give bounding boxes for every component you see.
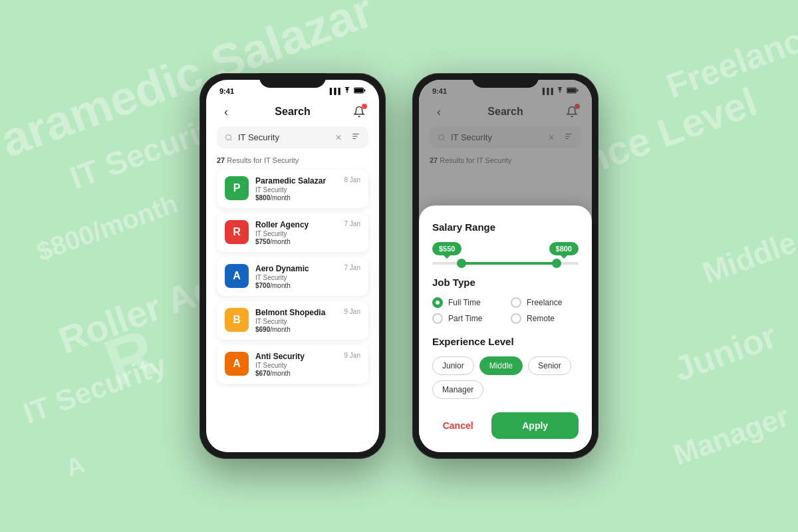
apply-button[interactable]: Apply	[491, 412, 579, 439]
job-card-3[interactable]: A Aero Dynamic 7 Jan IT Security $700/mo…	[217, 257, 368, 296]
job-card-2[interactable]: R Roller Agency 7 Jan IT Security $750/m…	[217, 213, 368, 252]
phone-1-screen: 9:41 ▐▐▐ ‹ Search	[206, 80, 379, 452]
job-type-section-title: Job Type	[432, 277, 579, 288]
results-number: 27	[217, 156, 225, 164]
back-button-1[interactable]: ‹	[217, 102, 235, 121]
phone-1-title: Search	[275, 106, 310, 118]
phone-1-job-list: P Paramedic Salazar 8 Jan IT Security $8…	[206, 170, 379, 384]
phone-1-search-bar[interactable]: IT Security ✕	[217, 126, 368, 148]
job-card-5[interactable]: A Anti Security 9 Jan IT Security $670/m…	[217, 345, 368, 384]
salary-section-title: Salary Range	[432, 221, 579, 233]
phone-1-status-icons: ▐▐▐	[328, 87, 366, 95]
job-info-2: Roller Agency 7 Jan IT Security $750/mon…	[255, 220, 360, 245]
radio-part-time[interactable]	[432, 313, 443, 324]
salary-fill	[462, 262, 557, 265]
salary-track[interactable]	[432, 262, 579, 265]
bg-watermark-10: Manager	[669, 400, 793, 472]
job-category-1: IT Security	[255, 186, 360, 194]
job-salary-5: $670/month	[255, 370, 360, 377]
salary-labels: $550 $800	[432, 242, 579, 255]
clear-button-1[interactable]: ✕	[335, 133, 342, 142]
job-date-1: 8 Jan	[344, 176, 360, 184]
phone-2-notch	[472, 73, 539, 88]
job-salary-4: $690/month	[255, 326, 360, 333]
radio-label-part-time: Part Time	[448, 314, 482, 323]
job-category-5: IT Security	[255, 362, 360, 369]
salary-min-bubble[interactable]: $550	[432, 242, 462, 255]
exp-tag-junior[interactable]: Junior	[432, 356, 474, 375]
exp-tag-middle[interactable]: Middle	[479, 356, 523, 375]
job-type-grid: Full Time Freelance Part Time Re	[432, 297, 579, 324]
filter-modal: Salary Range $550 $800 Job Type	[419, 205, 592, 452]
job-card-1[interactable]: P Paramedic Salazar 8 Jan IT Security $8…	[217, 170, 368, 208]
job-info-1: Paramedic Salazar 8 Jan IT Security $800…	[255, 176, 360, 201]
company-logo-2: R	[225, 220, 249, 244]
job-date-2: 7 Jan	[344, 220, 360, 227]
job-card-4[interactable]: B Belmont Shopedia 9 Jan IT Security $69…	[217, 301, 368, 340]
bg-watermark-5: IT Security	[19, 348, 171, 430]
job-date-3: 7 Jan	[344, 264, 360, 271]
job-info-4: Belmont Shopedia 9 Jan IT Security $690/…	[255, 308, 360, 333]
cancel-button[interactable]: Cancel	[432, 412, 483, 439]
filter-button-1[interactable]	[351, 132, 360, 143]
company-logo-4: B	[225, 308, 249, 332]
radio-label-remote: Remote	[527, 314, 555, 323]
phone-1-results-count: 27 Results for IT Security	[206, 154, 379, 170]
radio-remote[interactable]	[511, 313, 521, 324]
wifi-icon	[343, 87, 351, 95]
bg-watermark-8: Middle	[698, 224, 798, 291]
experience-section-title: Experience Level	[432, 336, 579, 347]
job-category-2: IT Security	[255, 230, 360, 237]
job-date-5: 9 Jan	[344, 352, 360, 359]
salary-thumb-right[interactable]	[552, 259, 561, 268]
company-logo-1: P	[225, 176, 249, 200]
bg-watermark-11: A	[63, 450, 88, 482]
job-title-5: Anti Security	[255, 352, 305, 361]
phone-1-notch	[259, 73, 326, 88]
job-type-section: Job Type Full Time Freelance Part	[432, 277, 579, 324]
bg-watermark-r: R	[95, 313, 166, 402]
phone-2-screen: 9:41 ▐▐▐ ‹ Search	[419, 80, 592, 452]
svg-rect-2	[364, 90, 366, 92]
radio-label-full-time: Full Time	[448, 298, 481, 307]
notification-button-1[interactable]	[350, 102, 368, 121]
company-logo-3: A	[225, 264, 249, 288]
radio-full-time[interactable]	[432, 297, 443, 308]
signal-icon: ▐▐▐	[328, 88, 340, 94]
exp-tag-manager[interactable]: Manager	[432, 380, 483, 399]
job-salary-3: $700/month	[255, 282, 360, 289]
job-title-1: Paramedic Salazar	[255, 176, 326, 186]
radio-freelance[interactable]	[511, 297, 521, 308]
radio-label-freelance: Freelance	[527, 298, 562, 307]
search-icon-1	[225, 134, 233, 142]
experience-tags: Junior Middle Senior Manager	[432, 356, 579, 399]
job-title-2: Roller Agency	[255, 220, 309, 229]
job-type-remote[interactable]: Remote	[511, 313, 579, 324]
phones-container: 9:41 ▐▐▐ ‹ Search	[200, 73, 598, 459]
job-date-4: 9 Jan	[344, 308, 360, 315]
phone-1-time: 9:41	[219, 87, 234, 95]
salary-thumb-left[interactable]	[457, 259, 466, 268]
modal-buttons: Cancel Apply	[432, 412, 579, 439]
exp-tag-senior[interactable]: Senior	[528, 356, 571, 375]
job-type-freelance[interactable]: Freelance	[511, 297, 579, 308]
job-category-3: IT Security	[255, 274, 360, 281]
salary-max-bubble[interactable]: $800	[549, 242, 579, 255]
company-logo-5: A	[225, 352, 249, 376]
job-type-full-time[interactable]: Full Time	[432, 297, 500, 308]
job-title-3: Aero Dynamic	[255, 264, 309, 273]
job-category-4: IT Security	[255, 318, 360, 325]
salary-section: Salary Range $550 $800	[432, 221, 579, 265]
bg-watermark-9: Junior	[669, 316, 782, 390]
phone-1-header: ‹ Search	[206, 98, 379, 126]
svg-rect-1	[354, 88, 363, 92]
job-type-part-time[interactable]: Part Time	[432, 313, 500, 324]
job-title-4: Belmont Shopedia	[255, 308, 325, 317]
search-input-1[interactable]: IT Security	[238, 132, 330, 142]
job-salary-1: $800/month	[255, 194, 360, 201]
phone-1: 9:41 ▐▐▐ ‹ Search	[200, 73, 386, 459]
results-label: Results for IT Security	[227, 156, 299, 164]
job-info-5: Anti Security 9 Jan IT Security $670/mon…	[255, 352, 360, 377]
experience-section: Experience Level Junior Middle Senior Ma…	[432, 336, 579, 399]
bg-watermark-6: Freelance	[661, 13, 798, 106]
